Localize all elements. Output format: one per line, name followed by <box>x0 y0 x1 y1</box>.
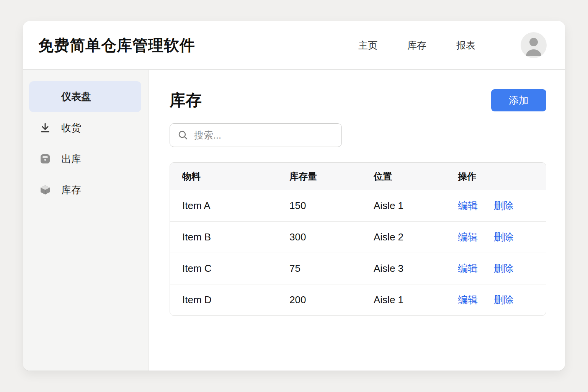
user-avatar[interactable] <box>521 32 547 58</box>
inventory-cube-icon <box>39 184 51 196</box>
table-row: Item D 200 Aisle 1 编辑 删除 <box>170 284 546 315</box>
column-header-quantity: 库存量 <box>289 170 374 183</box>
sidebar-item-label: 出库 <box>61 152 81 166</box>
cell-item-name: Item D <box>170 294 289 306</box>
cell-actions: 编辑 删除 <box>458 293 546 307</box>
sidebar-item-dashboard[interactable]: 仪表盘 <box>29 81 141 112</box>
cell-actions: 编辑 删除 <box>458 262 546 275</box>
outbound-archive-icon <box>39 153 51 165</box>
sidebar-item-label: 库存 <box>61 183 81 197</box>
main-content: 库存 添加 物料 库存量 位置 操作 Item A <box>149 70 565 371</box>
edit-link[interactable]: 编辑 <box>458 230 478 244</box>
search-icon <box>178 130 188 140</box>
column-header-location: 位置 <box>374 170 458 183</box>
cell-location: Aisle 1 <box>374 294 458 306</box>
cell-location: Aisle 2 <box>374 231 458 243</box>
cell-quantity: 200 <box>289 294 374 306</box>
sidebar-item-inventory[interactable]: 库存 <box>29 175 141 205</box>
delete-link[interactable]: 删除 <box>494 199 514 212</box>
sidebar: 仪表盘 收货 <box>23 70 149 371</box>
cell-actions: 编辑 删除 <box>458 199 546 212</box>
column-header-actions: 操作 <box>458 170 546 183</box>
edit-link[interactable]: 编辑 <box>458 199 478 212</box>
delete-link[interactable]: 删除 <box>494 293 514 307</box>
nav-item-reports[interactable]: 报表 <box>456 39 475 52</box>
cell-location: Aisle 3 <box>374 263 458 274</box>
receive-download-icon <box>39 122 51 134</box>
cell-location: Aisle 1 <box>374 200 458 212</box>
app-title: 免费简单仓库管理软件 <box>38 35 195 56</box>
table-row: Item B 300 Aisle 2 编辑 删除 <box>170 221 546 253</box>
sidebar-item-outbound[interactable]: 出库 <box>29 144 141 174</box>
cell-quantity: 75 <box>289 263 374 274</box>
cell-quantity: 300 <box>289 231 374 243</box>
person-icon <box>521 32 547 58</box>
cell-actions: 编辑 删除 <box>458 230 546 244</box>
inventory-table: 物料 库存量 位置 操作 Item A 150 Aisle 1 编辑 删除 It… <box>170 162 546 316</box>
sidebar-item-label: 仪表盘 <box>61 90 91 103</box>
sidebar-item-receiving[interactable]: 收货 <box>29 113 141 143</box>
search-box[interactable] <box>170 123 342 147</box>
delete-link[interactable]: 删除 <box>494 262 514 275</box>
table-row: Item A 150 Aisle 1 编辑 删除 <box>170 190 546 221</box>
cell-item-name: Item B <box>170 231 289 243</box>
search-input[interactable] <box>194 130 335 141</box>
nav-item-home[interactable]: 主页 <box>358 39 377 52</box>
table-row: Item C 75 Aisle 3 编辑 删除 <box>170 253 546 284</box>
sidebar-item-label: 收货 <box>61 121 81 135</box>
page-title: 库存 <box>170 90 202 111</box>
dashboard-grid-icon <box>39 91 51 103</box>
cell-quantity: 150 <box>289 200 374 212</box>
cell-item-name: Item A <box>170 200 289 212</box>
edit-link[interactable]: 编辑 <box>458 262 478 275</box>
top-nav: 主页 库存 报表 <box>358 39 475 52</box>
add-button[interactable]: 添加 <box>491 89 546 111</box>
table-header-row: 物料 库存量 位置 操作 <box>170 163 546 190</box>
nav-item-inventory[interactable]: 库存 <box>407 39 426 52</box>
column-header-item: 物料 <box>170 170 289 183</box>
cell-item-name: Item C <box>170 263 289 274</box>
app-header: 免费简单仓库管理软件 主页 库存 报表 <box>23 21 565 70</box>
delete-link[interactable]: 删除 <box>494 230 514 244</box>
app-window: 免费简单仓库管理软件 主页 库存 报表 仪表盘 <box>23 21 565 371</box>
edit-link[interactable]: 编辑 <box>458 293 478 307</box>
